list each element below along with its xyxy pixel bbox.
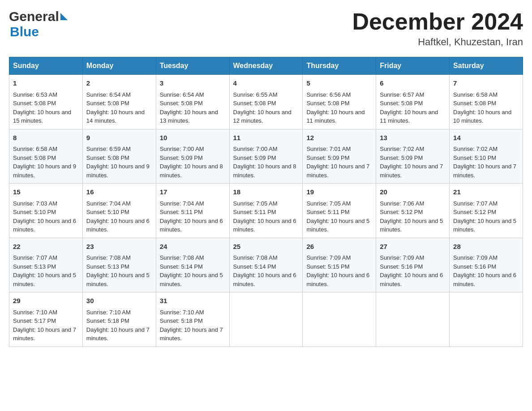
day-number: 16 (86, 187, 152, 197)
day-info: Sunrise: 7:01 AMSunset: 5:09 PMDaylight:… (306, 146, 369, 179)
logo-blue-text: Blue (10, 24, 39, 39)
table-row: 24Sunrise: 7:08 AMSunset: 5:14 PMDayligh… (156, 238, 229, 292)
day-info: Sunrise: 6:56 AMSunset: 5:08 PMDaylight:… (306, 91, 365, 124)
table-row: 10Sunrise: 7:00 AMSunset: 5:09 PMDayligh… (156, 129, 229, 184)
table-row: 18Sunrise: 7:05 AMSunset: 5:11 PMDayligh… (229, 184, 303, 238)
page-header: General Blue December 2024 Haftkel, Khuz… (9, 9, 523, 48)
table-row: 26Sunrise: 7:09 AMSunset: 5:15 PMDayligh… (303, 238, 376, 292)
day-info: Sunrise: 7:05 AMSunset: 5:11 PMDaylight:… (306, 200, 369, 233)
day-info: Sunrise: 7:07 AMSunset: 5:13 PMDaylight:… (13, 254, 76, 287)
table-row: 11Sunrise: 7:00 AMSunset: 5:09 PMDayligh… (229, 129, 303, 184)
day-info: Sunrise: 6:57 AMSunset: 5:08 PMDaylight:… (380, 91, 438, 124)
header-tuesday: Tuesday (156, 57, 229, 75)
day-info: Sunrise: 7:05 AMSunset: 5:11 PMDaylight:… (233, 200, 296, 233)
table-row: 22Sunrise: 7:07 AMSunset: 5:13 PMDayligh… (9, 238, 83, 292)
logo-general-text: General (9, 9, 59, 24)
day-info: Sunrise: 6:58 AMSunset: 5:08 PMDaylight:… (13, 146, 76, 179)
day-info: Sunrise: 6:55 AMSunset: 5:08 PMDaylight:… (233, 91, 292, 124)
day-number: 18 (233, 187, 299, 197)
day-number: 26 (306, 242, 372, 252)
title-block: December 2024 Haftkel, Khuzestan, Iran (352, 9, 523, 48)
table-row (303, 292, 376, 347)
header-wednesday: Wednesday (229, 57, 303, 75)
day-number: 12 (306, 133, 372, 143)
calendar-week-3: 15Sunrise: 7:03 AMSunset: 5:10 PMDayligh… (9, 184, 523, 238)
calendar-table: Sunday Monday Tuesday Wednesday Thursday… (9, 57, 523, 347)
day-number: 22 (13, 242, 79, 252)
table-row: 1Sunrise: 6:53 AMSunset: 5:08 PMDaylight… (9, 75, 83, 129)
day-info: Sunrise: 6:54 AMSunset: 5:08 PMDaylight:… (160, 91, 218, 124)
day-info: Sunrise: 7:03 AMSunset: 5:10 PMDaylight:… (13, 200, 76, 233)
header-thursday: Thursday (303, 57, 376, 75)
day-number: 1 (13, 78, 79, 89)
day-number: 3 (160, 78, 226, 89)
logo: General Blue (9, 9, 68, 39)
day-info: Sunrise: 7:08 AMSunset: 5:14 PMDaylight:… (233, 254, 296, 287)
table-row: 20Sunrise: 7:06 AMSunset: 5:12 PMDayligh… (376, 184, 450, 238)
day-info: Sunrise: 7:09 AMSunset: 5:16 PMDaylight:… (380, 254, 443, 287)
table-row (376, 292, 450, 347)
day-number: 31 (160, 296, 226, 306)
table-row: 25Sunrise: 7:08 AMSunset: 5:14 PMDayligh… (229, 238, 303, 292)
calendar-title: December 2024 (352, 9, 523, 34)
day-number: 23 (86, 242, 152, 252)
day-number: 2 (86, 78, 152, 89)
day-number: 14 (453, 133, 519, 143)
table-row: 14Sunrise: 7:02 AMSunset: 5:10 PMDayligh… (450, 129, 523, 184)
day-info: Sunrise: 7:02 AMSunset: 5:09 PMDaylight:… (380, 146, 443, 179)
day-info: Sunrise: 6:59 AMSunset: 5:08 PMDaylight:… (86, 146, 150, 179)
day-number: 7 (453, 78, 519, 89)
day-info: Sunrise: 7:02 AMSunset: 5:10 PMDaylight:… (453, 146, 516, 179)
day-number: 13 (380, 133, 446, 143)
table-row: 2Sunrise: 6:54 AMSunset: 5:08 PMDaylight… (82, 75, 156, 129)
table-row: 23Sunrise: 7:08 AMSunset: 5:13 PMDayligh… (82, 238, 156, 292)
day-info: Sunrise: 7:10 AMSunset: 5:18 PMDaylight:… (160, 309, 223, 342)
day-info: Sunrise: 7:09 AMSunset: 5:16 PMDaylight:… (453, 254, 516, 287)
header-saturday: Saturday (450, 57, 523, 75)
day-number: 4 (233, 78, 299, 89)
table-row: 13Sunrise: 7:02 AMSunset: 5:09 PMDayligh… (376, 129, 450, 184)
calendar-location: Haftkel, Khuzestan, Iran (352, 36, 523, 48)
day-number: 25 (233, 242, 299, 252)
table-row (229, 292, 303, 347)
day-number: 28 (453, 242, 519, 252)
day-number: 6 (380, 78, 446, 89)
table-row: 12Sunrise: 7:01 AMSunset: 5:09 PMDayligh… (303, 129, 376, 184)
day-number: 15 (13, 187, 79, 197)
day-number: 20 (380, 187, 446, 197)
day-number: 24 (160, 242, 226, 252)
day-info: Sunrise: 6:54 AMSunset: 5:08 PMDaylight:… (86, 91, 145, 124)
day-number: 9 (86, 133, 152, 143)
day-info: Sunrise: 7:10 AMSunset: 5:17 PMDaylight:… (13, 309, 76, 342)
table-row: 21Sunrise: 7:07 AMSunset: 5:12 PMDayligh… (450, 184, 523, 238)
calendar-week-5: 29Sunrise: 7:10 AMSunset: 5:17 PMDayligh… (9, 292, 523, 347)
logo-arrow-icon (60, 13, 68, 20)
table-row: 4Sunrise: 6:55 AMSunset: 5:08 PMDaylight… (229, 75, 303, 129)
table-row: 29Sunrise: 7:10 AMSunset: 5:17 PMDayligh… (9, 292, 83, 347)
day-number: 10 (160, 133, 226, 143)
day-info: Sunrise: 7:08 AMSunset: 5:14 PMDaylight:… (160, 254, 223, 287)
day-info: Sunrise: 7:10 AMSunset: 5:18 PMDaylight:… (86, 309, 150, 342)
table-row: 28Sunrise: 7:09 AMSunset: 5:16 PMDayligh… (450, 238, 523, 292)
table-row: 15Sunrise: 7:03 AMSunset: 5:10 PMDayligh… (9, 184, 83, 238)
table-row: 19Sunrise: 7:05 AMSunset: 5:11 PMDayligh… (303, 184, 376, 238)
table-row: 30Sunrise: 7:10 AMSunset: 5:18 PMDayligh… (82, 292, 156, 347)
table-row: 27Sunrise: 7:09 AMSunset: 5:16 PMDayligh… (376, 238, 450, 292)
day-info: Sunrise: 7:00 AMSunset: 5:09 PMDaylight:… (160, 146, 223, 179)
day-info: Sunrise: 7:04 AMSunset: 5:11 PMDaylight:… (160, 200, 223, 233)
header-friday: Friday (376, 57, 450, 75)
day-info: Sunrise: 7:07 AMSunset: 5:12 PMDaylight:… (453, 200, 516, 233)
day-info: Sunrise: 7:06 AMSunset: 5:12 PMDaylight:… (380, 200, 443, 233)
table-row: 5Sunrise: 6:56 AMSunset: 5:08 PMDaylight… (303, 75, 376, 129)
day-info: Sunrise: 7:08 AMSunset: 5:13 PMDaylight:… (86, 254, 150, 287)
calendar-header-row: Sunday Monday Tuesday Wednesday Thursday… (9, 57, 523, 75)
header-monday: Monday (82, 57, 156, 75)
day-number: 8 (13, 133, 79, 143)
day-number: 19 (306, 187, 372, 197)
table-row: 8Sunrise: 6:58 AMSunset: 5:08 PMDaylight… (9, 129, 83, 184)
day-number: 17 (160, 187, 226, 197)
day-number: 30 (86, 296, 152, 306)
calendar-week-2: 8Sunrise: 6:58 AMSunset: 5:08 PMDaylight… (9, 129, 523, 184)
calendar-week-4: 22Sunrise: 7:07 AMSunset: 5:13 PMDayligh… (9, 238, 523, 292)
table-row: 31Sunrise: 7:10 AMSunset: 5:18 PMDayligh… (156, 292, 229, 347)
